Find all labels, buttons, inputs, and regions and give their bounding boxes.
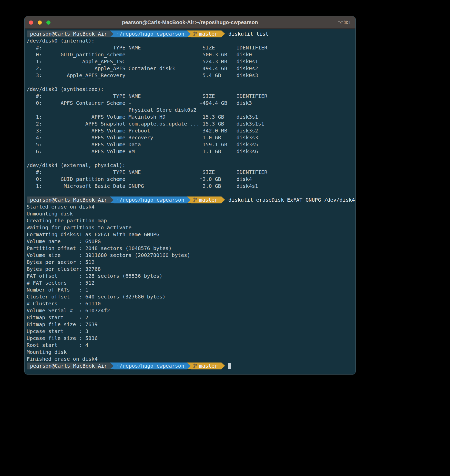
command-text-1: diskutil list: [225, 30, 269, 37]
title-bar[interactable]: pearson@Carls-MacBook-Air:~/repos/hugo-c…: [25, 16, 355, 29]
prompt-user-segment: pearson@Carls-MacBook-Air: [27, 363, 110, 369]
powerline-arrow-icon: [110, 30, 114, 37]
branch-name: master: [199, 30, 218, 37]
powerline-arrow-icon: [187, 196, 191, 203]
prompt-line-2: pearson@Carls-MacBook-Air ~/repos/hugo-c…: [27, 196, 355, 203]
powerline-arrow-icon: [221, 363, 225, 369]
prompt-line-1: pearson@Carls-MacBook-Air ~/repos/hugo-c…: [27, 30, 355, 37]
minimize-button[interactable]: [38, 20, 42, 25]
close-button[interactable]: [29, 20, 33, 25]
zoom-button[interactable]: [46, 20, 50, 25]
prompt-branch-segment: master: [191, 363, 221, 369]
prompt-user-segment: pearson@Carls-MacBook-Air: [27, 196, 110, 203]
window-title: pearson@Carls-MacBook-Air:~/repos/hugo-c…: [25, 19, 355, 25]
command-text-2: diskutil eraseDisk ExFAT GNUPG /dev/disk…: [225, 196, 355, 203]
powerline-arrow-icon: [110, 363, 114, 369]
powerline-arrow-icon: [221, 196, 225, 203]
branch-name: master: [199, 363, 218, 369]
git-branch-icon: [193, 364, 197, 368]
git-branch-icon: [193, 198, 197, 202]
git-branch-icon: [193, 32, 197, 36]
diskutil-list-output: /dev/disk0 (internal): #: TYPE NAME SIZE…: [27, 37, 355, 196]
window-shortcut-badge: ⌥⌘1: [338, 16, 351, 28]
traffic-lights: [25, 16, 50, 28]
branch-name: master: [199, 196, 218, 203]
prompt-path-segment: ~/repos/hugo-cwpearson: [114, 30, 187, 37]
prompt-branch-segment: master: [191, 196, 221, 203]
terminal-cursor: [228, 363, 231, 369]
terminal-screen[interactable]: pearson@Carls-MacBook-Air ~/repos/hugo-c…: [25, 29, 355, 374]
terminal-window: pearson@Carls-MacBook-Air:~/repos/hugo-c…: [24, 16, 356, 375]
prompt-line-3: pearson@Carls-MacBook-Air ~/repos/hugo-c…: [27, 363, 355, 369]
powerline-arrow-icon: [110, 196, 114, 203]
prompt-path-segment: ~/repos/hugo-cwpearson: [114, 196, 187, 203]
prompt-user-segment: pearson@Carls-MacBook-Air: [27, 30, 110, 37]
powerline-arrow-icon: [221, 30, 225, 37]
powerline-arrow-icon: [187, 30, 191, 37]
prompt-path-segment: ~/repos/hugo-cwpearson: [114, 363, 187, 369]
powerline-arrow-icon: [187, 363, 191, 369]
diskutil-erasedisk-output: Started erase on disk4 Unmounting disk C…: [27, 203, 355, 363]
prompt-branch-segment: master: [191, 30, 221, 37]
